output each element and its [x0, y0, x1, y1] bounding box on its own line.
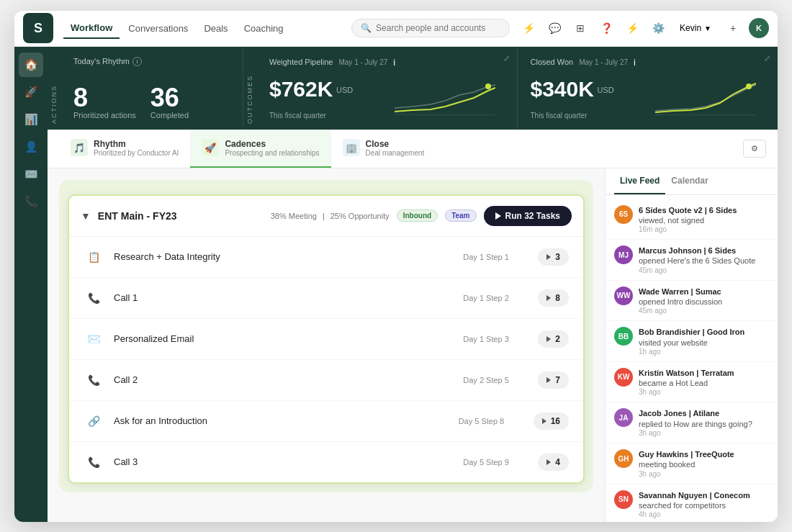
feed-item-2: WW Wade Warren | Sumac opened Intro disc… — [606, 281, 778, 322]
search-icon: 🔍 — [361, 23, 372, 33]
feed-title-0: 6 Sides Quote v2 | 6 Sides — [639, 205, 769, 215]
task-row-0: 📋 Research + Data Integrity Day 1 Step 1… — [69, 237, 583, 278]
task-count-btn-0[interactable]: 3 — [538, 248, 569, 266]
feed-avatar-7: SN — [614, 490, 633, 509]
run-tasks-button[interactable]: Run 32 Tasks — [484, 206, 572, 226]
outcomes-label: OUTCOMES — [243, 47, 256, 130]
task-row-3: 📞 Call 2 Day 2 Step 5 7 — [69, 360, 583, 401]
chevron-down-icon: ▼ — [704, 24, 711, 32]
feed-item-1: MJ Marcus Johnson | 6 Sides opened Here'… — [606, 240, 778, 281]
feed-action-4: became a Hot Lead — [639, 378, 769, 388]
task-count-btn-5[interactable]: 4 — [538, 454, 569, 471]
sidebar-rocket-icon[interactable]: 🚀 — [19, 80, 43, 104]
tab-rhythm[interactable]: 🎵 Rhythm Prioritized by Conductor AI — [59, 129, 190, 168]
today-rhythm-title: Today's Rhythm i — [73, 57, 230, 66]
sidebar-mail-icon[interactable]: ✉️ — [19, 162, 43, 186]
nav-lightning-icon[interactable]: ⚡ — [518, 18, 539, 38]
nav-add-btn[interactable]: + — [723, 18, 743, 38]
today-rhythm-info[interactable]: i — [132, 57, 142, 66]
weighted-pipeline-info[interactable]: i — [393, 57, 395, 68]
nav-coaching[interactable]: Coaching — [237, 19, 291, 38]
task-count-btn-4[interactable]: 16 — [534, 412, 569, 430]
cadence-meta: 38% Meeting | 25% Opportunity — [271, 212, 390, 220]
feed-content-3: Bob Brandishier | Good Iron visited your… — [639, 327, 769, 356]
closed-won-card: Closed Won May 1 - July 27 i $340K USD T… — [518, 47, 778, 130]
tab-cadences[interactable]: 🚀 Cadences Prospecting and relationships — [190, 129, 330, 168]
task-step-1: Day 1 Step 2 — [463, 294, 528, 302]
nav-actions: ⚡ 💬 ⊞ ❓ ⚡ ⚙️ Kevin ▼ + K — [518, 18, 769, 38]
search-bar[interactable]: 🔍 — [351, 19, 510, 37]
task-name-1: Call 1 — [114, 292, 453, 303]
cadence-header: ▼ ENT Main - FY23 38% Meeting | 25% Oppo… — [69, 196, 583, 237]
user-avatar[interactable]: K — [749, 18, 769, 38]
feed-time-7: 4h ago — [639, 510, 769, 518]
task-name-4: Ask for an Introduction — [114, 415, 449, 426]
task-step-3: Day 2 Step 5 — [463, 376, 528, 384]
rhythm-tab-label: Rhythm Prioritized by Conductor AI — [94, 139, 179, 157]
closed-won-title: Closed Won — [531, 58, 574, 66]
task-count-btn-2[interactable]: 2 — [538, 330, 569, 348]
task-row-1: 📞 Call 1 Day 1 Step 2 8 — [69, 278, 583, 319]
close-tab-icon: 🏢 — [343, 139, 360, 156]
weighted-pipeline-dates: May 1 - July 27 — [338, 58, 387, 66]
feed-avatar-3: BB — [614, 327, 633, 346]
nav-bolt-icon[interactable]: ⚡ — [622, 18, 642, 38]
task-step-4: Day 5 Step 8 — [459, 417, 523, 425]
feed-avatar-1: MJ — [614, 245, 633, 264]
feed-content-0: 6 Sides Quote v2 | 6 Sides viewed, not s… — [639, 205, 769, 234]
sidebar-phone-icon[interactable]: 📞 — [19, 189, 43, 214]
completed-count: 36 Completed — [150, 85, 189, 120]
cadence-chevron[interactable]: ▼ — [81, 210, 91, 222]
nav-deals[interactable]: Deals — [197, 19, 235, 38]
opportunity-pct: 25% Opportunity — [330, 212, 390, 220]
task-count-btn-3[interactable]: 7 — [538, 371, 569, 389]
nav-links: Workflow Conversations Deals Coaching — [63, 18, 351, 39]
feed-avatar-2: WW — [614, 287, 633, 305]
closed-won-info[interactable]: i — [634, 57, 636, 68]
user-menu[interactable]: Kevin ▼ — [674, 20, 717, 36]
feed-time-5: 3h ago — [639, 429, 769, 437]
task-icon-5: 📞 — [84, 452, 104, 472]
tab-close[interactable]: 🏢 Close Deal management — [331, 129, 436, 168]
today-rhythm-numbers: 8 Prioritized actions 36 Completed — [73, 85, 230, 120]
task-step-5: Day 5 Step 9 — [463, 458, 528, 466]
sidebar-home-icon[interactable]: 🏠 — [19, 53, 43, 77]
weighted-pipeline-title: Weighted Pipeline — [269, 58, 333, 66]
task-icon-0: 📋 — [84, 247, 104, 267]
task-row-5: 📞 Call 3 Day 5 Step 9 4 — [69, 442, 583, 482]
search-input[interactable] — [376, 23, 500, 33]
feed-title-2: Wade Warren | Sumac — [639, 287, 769, 297]
expand-icon-closed[interactable]: ⤢ — [764, 54, 770, 63]
filter-button[interactable]: ⚙ — [743, 140, 766, 158]
nav-conversations[interactable]: Conversations — [121, 19, 195, 38]
feed-action-5: replied to How are things going? — [639, 419, 769, 429]
expand-icon-pipeline[interactable]: ⤢ — [503, 54, 510, 63]
nav-chat-icon[interactable]: 💬 — [544, 18, 564, 38]
feed-action-7: searched for competitors — [639, 500, 769, 510]
task-play-1 — [546, 295, 551, 301]
feed-content-2: Wade Warren | Sumac opened Intro discuss… — [639, 287, 769, 315]
rp-tab-calendar[interactable]: Calendar — [665, 168, 714, 194]
nav-grid-icon[interactable]: ⊞ — [570, 18, 590, 38]
logo: S — [23, 13, 53, 43]
main-layout: 🏠 🚀 📊 👤 ✉️ 📞 ACTIONS Today's Rhythm i — [14, 47, 778, 522]
task-play-4 — [542, 418, 546, 424]
sidebar-user-icon[interactable]: 👤 — [19, 135, 43, 159]
feed-action-0: viewed, not signed — [639, 215, 769, 225]
task-step-2: Day 1 Step 3 — [463, 335, 528, 343]
badge-inbound: Inbound — [397, 209, 438, 222]
cadence-name: ENT Main - FY23 — [98, 210, 264, 222]
rp-tab-live-feed[interactable]: Live Feed — [614, 168, 665, 194]
sidebar-chart-icon[interactable]: 📊 — [19, 107, 43, 132]
nav-help-icon[interactable]: ❓ — [596, 18, 616, 38]
task-row-2: ✉️ Personalized Email Day 1 Step 3 2 — [69, 319, 583, 360]
tabs-row: 🎵 Rhythm Prioritized by Conductor AI 🚀 C… — [48, 130, 778, 168]
feed-time-1: 45m ago — [639, 266, 769, 274]
cadences-tab-label: Cadences Prospecting and relationships — [225, 139, 319, 157]
task-count-btn-1[interactable]: 8 — [538, 289, 569, 307]
feed-avatar-6: GH — [614, 449, 633, 468]
nav-workflow[interactable]: Workflow — [63, 18, 120, 39]
nav-settings-icon[interactable]: ⚙️ — [648, 18, 668, 38]
svg-point-0 — [485, 84, 491, 89]
svg-point-2 — [746, 84, 752, 89]
